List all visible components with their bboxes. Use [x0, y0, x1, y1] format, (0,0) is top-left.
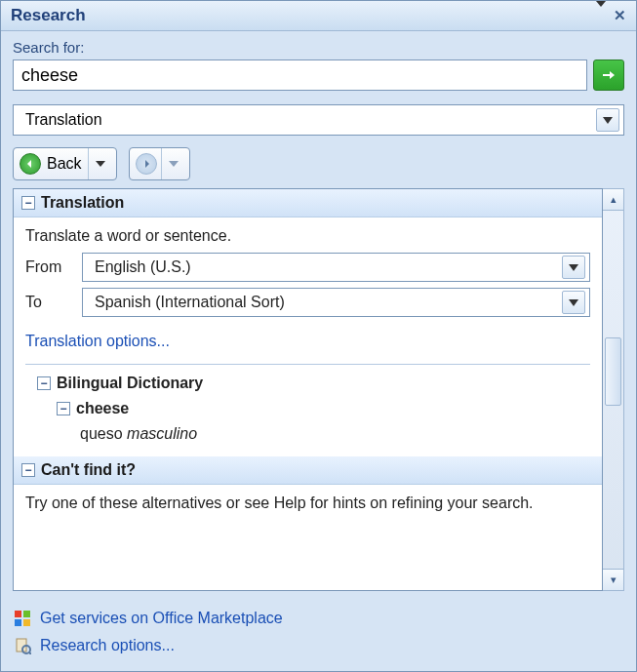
service-select-value: Translation: [25, 111, 102, 129]
close-icon[interactable]: ✕: [614, 7, 626, 24]
research-options-row: Research options...: [13, 632, 624, 659]
pane-title: Research: [11, 6, 86, 25]
service-select[interactable]: Translation: [13, 104, 624, 136]
collapse-toggle[interactable]: −: [37, 376, 51, 390]
svg-line-6: [29, 652, 31, 654]
search-go-button[interactable]: [593, 59, 624, 91]
scroll-track[interactable]: [603, 211, 623, 569]
chevron-down-icon: [596, 108, 619, 132]
translation-section-title: Translation: [41, 194, 124, 212]
cant-find-title: Can't find it?: [41, 461, 136, 479]
definition-pos: masculino: [127, 425, 197, 442]
bilingual-title: Bilingual Dictionary: [57, 375, 203, 392]
results-wrap: − Translation Translate a word or senten…: [1, 188, 636, 599]
research-pane: Research ✕ Search for: Translation Back: [0, 0, 637, 672]
to-row: To Spanish (International Sort): [25, 288, 590, 317]
chevron-down-icon: [562, 256, 585, 279]
collapse-toggle[interactable]: −: [57, 402, 70, 415]
forward-history-dropdown[interactable]: [161, 148, 185, 179]
collapse-toggle[interactable]: −: [21, 463, 35, 477]
translation-options-link[interactable]: Translation options...: [25, 333, 170, 350]
chevron-down-icon: [562, 291, 585, 314]
svg-rect-1: [23, 611, 30, 617]
back-arrow-icon: [20, 153, 41, 175]
svg-rect-3: [23, 619, 30, 626]
forward-arrow-icon: [136, 153, 157, 175]
search-row: [13, 59, 624, 91]
from-row: From English (U.S.): [25, 253, 590, 282]
forward-button[interactable]: [129, 147, 190, 180]
marketplace-row: Get services on Office Marketplace: [13, 605, 624, 632]
back-button[interactable]: Back: [13, 147, 117, 180]
marketplace-icon: [13, 609, 32, 628]
svg-rect-0: [15, 611, 21, 617]
dictionary-entry-word: cheese: [76, 400, 129, 417]
results-panel: − Translation Translate a word or senten…: [13, 188, 603, 591]
dictionary-definition: queso masculino: [80, 425, 590, 443]
from-language-value: English (U.S.): [95, 258, 191, 276]
title-bar-controls: ✕: [596, 7, 626, 24]
back-button-label: Back: [45, 155, 84, 173]
scroll-down-button[interactable]: ▾: [603, 569, 623, 590]
definition-text: queso: [80, 425, 123, 442]
to-language-select[interactable]: Spanish (International Sort): [82, 288, 590, 317]
research-options-icon: [13, 636, 32, 655]
search-area: Search for:: [1, 31, 636, 104]
bilingual-header: − Bilingual Dictionary: [37, 375, 590, 392]
from-language-select[interactable]: English (U.S.): [82, 253, 590, 282]
dictionary-entry: − cheese: [57, 400, 590, 417]
cant-find-section-header: − Can't find it?: [14, 456, 602, 485]
cant-find-section-body: Try one of these alternatives or see Hel…: [14, 485, 602, 526]
back-history-dropdown[interactable]: [88, 148, 112, 179]
to-language-value: Spanish (International Sort): [95, 294, 285, 311]
research-options-link[interactable]: Research options...: [40, 637, 175, 654]
task-pane-options-icon[interactable]: [596, 7, 606, 24]
from-label: From: [25, 258, 72, 276]
translation-prompt: Translate a word or sentence.: [25, 227, 590, 245]
collapse-toggle[interactable]: −: [21, 196, 35, 210]
translation-section-header: − Translation: [14, 189, 602, 217]
translation-section-body: Translate a word or sentence. From Engli…: [14, 217, 602, 456]
to-label: To: [25, 294, 72, 311]
search-label: Search for:: [13, 39, 624, 56]
nav-row: Back: [1, 143, 636, 188]
scroll-thumb[interactable]: [605, 337, 621, 406]
cant-find-text: Try one of these alternatives or see Hel…: [25, 494, 590, 512]
marketplace-link[interactable]: Get services on Office Marketplace: [40, 610, 283, 627]
footer: Get services on Office Marketplace Resea…: [1, 599, 636, 671]
scrollbar[interactable]: ▴ ▾: [603, 188, 624, 591]
svg-rect-2: [15, 619, 21, 626]
scroll-up-button[interactable]: ▴: [603, 189, 623, 211]
service-select-row: Translation: [1, 104, 636, 143]
divider: [25, 364, 590, 365]
arrow-right-icon: [601, 67, 617, 83]
title-bar: Research ✕: [1, 1, 636, 31]
search-input[interactable]: [13, 59, 587, 91]
